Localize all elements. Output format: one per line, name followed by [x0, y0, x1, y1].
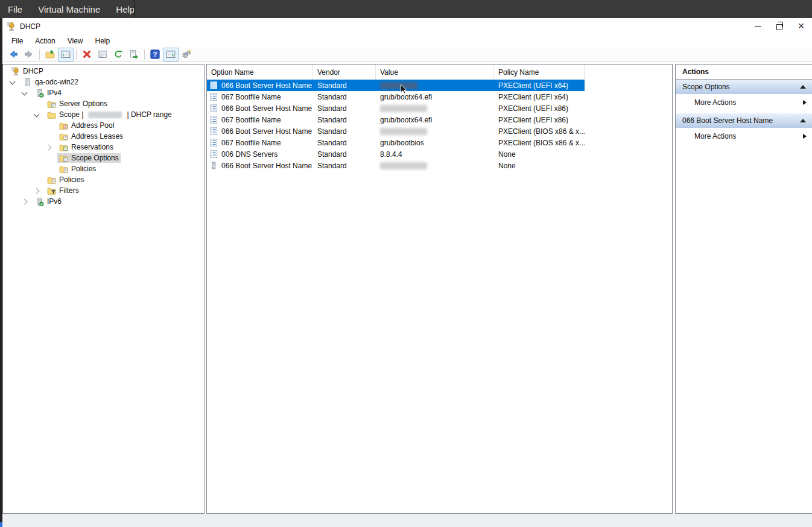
- tree-item-dhcp[interactable]: DHCP: [3, 66, 204, 77]
- option-name-text: 066 Boot Server Host Name: [221, 127, 312, 136]
- chevron-up-icon[interactable]: [800, 85, 806, 89]
- value-cell: grub/bootx64.efi: [376, 93, 494, 101]
- option-name-cell: 066 Boot Server Host Name: [207, 104, 313, 113]
- menubar: FileActionViewHelp: [2, 34, 812, 47]
- list-row[interactable]: 067 Bootfile NameStandardgrub/bootx64.ef…: [207, 114, 672, 125]
- server-icon: [23, 78, 32, 87]
- back-arrow-icon: [8, 49, 18, 59]
- toolbar-button-gears[interactable]: [179, 48, 194, 62]
- list-row[interactable]: 066 Boot Server Host NameStandardPXEClie…: [207, 125, 672, 137]
- list-row[interactable]: 066 Boot Server Host NameStandardPXEClie…: [207, 80, 672, 91]
- column-header-vendor[interactable]: Vendor: [313, 65, 376, 80]
- menu-item-file[interactable]: File: [5, 36, 29, 46]
- option-name-text: 067 Bootfile Name: [221, 139, 281, 147]
- folder-policies-icon: [47, 175, 56, 185]
- toolbar-button-show-console-tree[interactable]: [58, 48, 74, 62]
- folder-filter-icon: [47, 186, 56, 195]
- list-row[interactable]: 066 Boot Server Host NameStandardPXEClie…: [207, 103, 672, 114]
- menu-item-view[interactable]: View: [62, 36, 89, 46]
- minimize-icon: [755, 26, 761, 27]
- vm-menubar: FileVirtual MachineHelp: [0, 0, 812, 18]
- vendor-cell: Standard: [313, 127, 376, 136]
- column-header-value[interactable]: Value: [376, 65, 494, 80]
- up-one-level-icon: [45, 49, 55, 59]
- tree-item-content: Server Options: [45, 99, 109, 109]
- tree-item-address-pool[interactable]: Address Pool: [3, 120, 204, 131]
- toolbar-button-up-one-level[interactable]: [42, 48, 58, 62]
- status-strip: [2, 514, 812, 527]
- option-icon: [210, 139, 218, 147]
- properties-icon: [98, 49, 107, 59]
- folder-options-icon: [59, 154, 68, 163]
- toolbar-button-back-arrow[interactable]: [5, 48, 21, 62]
- option-name-text: 067 Bootfile Name: [221, 116, 281, 124]
- menu-item-action[interactable]: Action: [29, 36, 61, 46]
- tree-item-server-options[interactable]: Server Options: [3, 98, 204, 109]
- more-actions-item[interactable]: More Actions: [676, 94, 812, 110]
- vm-menu-item-virtual-machine[interactable]: Virtual Machine: [30, 0, 108, 18]
- tree-item-ipv4[interactable]: IPv4: [3, 87, 204, 98]
- column-header-policy-name[interactable]: Policy Name: [494, 65, 585, 80]
- restore-button[interactable]: [769, 18, 790, 34]
- help-icon: ?: [150, 49, 160, 59]
- toolbar-button-forward-arrow[interactable]: [21, 48, 37, 62]
- action-section-header-066-boot-server-host-name[interactable]: 066 Boot Server Host Name: [676, 113, 812, 128]
- list-row-main: 067 Bootfile NameStandardgrub/bootx64.ef…: [207, 114, 585, 125]
- toolbar-button-show-action-pane[interactable]: [163, 48, 179, 62]
- tree-item-filters[interactable]: Filters: [3, 185, 204, 196]
- toolbar-button-export-list[interactable]: [126, 48, 142, 62]
- option-name-cell: 066 Boot Server Host Name: [207, 127, 313, 136]
- window-controls: ×: [747, 18, 812, 34]
- chevron-down-icon[interactable]: [10, 79, 16, 85]
- toolbar-button-delete[interactable]: [79, 48, 95, 62]
- option-icon: [210, 104, 218, 112]
- vm-menu-item-file[interactable]: File: [0, 0, 30, 18]
- redacted-value: [380, 82, 417, 89]
- tree-item-policies[interactable]: Policies: [3, 163, 204, 174]
- list-row[interactable]: 067 Bootfile NameStandardgrub/bootx64.ef…: [207, 91, 672, 103]
- value-cell: grub/bootbios: [376, 139, 494, 147]
- tree-item-policies[interactable]: Policies: [3, 174, 204, 185]
- chevron-right-icon[interactable]: [34, 188, 40, 194]
- tree-item-label: Address Pool: [71, 121, 114, 130]
- toolbar-button-help[interactable]: ?: [147, 48, 163, 62]
- option-name-cell: 006 DNS Servers: [207, 150, 313, 159]
- results-pane: Option NameVendorValuePolicy Name 066 Bo…: [206, 64, 673, 514]
- console-tree-pane: DHCPqa-odc-win22IPv4Server OptionsScope …: [2, 64, 205, 514]
- toolbar-button-properties[interactable]: [95, 48, 110, 62]
- chevron-up-icon[interactable]: [800, 119, 806, 122]
- folder-leases-icon: [59, 132, 68, 141]
- option-name-cell: 067 Bootfile Name: [207, 116, 313, 124]
- tree-item-content: DHCP: [9, 66, 45, 76]
- tree-item-reservations[interactable]: Reservations: [3, 142, 204, 153]
- action-section-header-scope-options[interactable]: Scope Options: [676, 80, 812, 94]
- list-row[interactable]: 006 DNS ServersStandard8.8.4.4None: [207, 148, 672, 160]
- chevron-down-icon[interactable]: [34, 112, 40, 118]
- option-icon-selected: [210, 81, 218, 89]
- vm-menu-item-help[interactable]: Help: [108, 0, 142, 18]
- vendor-cell: Standard: [313, 104, 376, 113]
- menu-item-help[interactable]: Help: [89, 36, 116, 46]
- close-button[interactable]: ×: [790, 18, 812, 34]
- chevron-down-icon[interactable]: [22, 90, 28, 96]
- submenu-arrow-icon: [803, 134, 807, 139]
- toolbar-button-refresh[interactable]: [110, 48, 126, 62]
- tree-item-content: Policies: [57, 164, 98, 174]
- tree-item-scope-options[interactable]: Scope Options: [3, 153, 204, 163]
- chevron-right-icon[interactable]: [46, 145, 52, 151]
- column-header-option-name[interactable]: Option Name: [207, 65, 313, 80]
- tree-item-qa-odc-win22[interactable]: qa-odc-win22: [3, 77, 204, 87]
- tree-item-address-leases[interactable]: Address Leases: [3, 131, 204, 142]
- chevron-right-icon[interactable]: [22, 199, 28, 205]
- list-row[interactable]: 066 Boot Server Host NameStandardNone: [207, 160, 672, 171]
- list-rows: 066 Boot Server Host NameStandardPXEClie…: [207, 80, 672, 171]
- value-cell: 8.8.4.4: [376, 150, 494, 159]
- tree-item-scope-dhcp-range[interactable]: Scope || DHCP range: [3, 109, 204, 120]
- redacted-scope-id: [88, 112, 122, 118]
- more-actions-item[interactable]: More Actions: [676, 128, 812, 144]
- minimize-button[interactable]: [747, 18, 769, 34]
- tree-item-ipv6[interactable]: IPv6: [3, 196, 204, 207]
- list-row[interactable]: 067 Bootfile NameStandardgrub/bootbiosPX…: [207, 137, 672, 148]
- option-name-cell: 066 Boot Server Host Name: [207, 81, 313, 90]
- value-cell: grub/bootx64.efi: [376, 116, 494, 124]
